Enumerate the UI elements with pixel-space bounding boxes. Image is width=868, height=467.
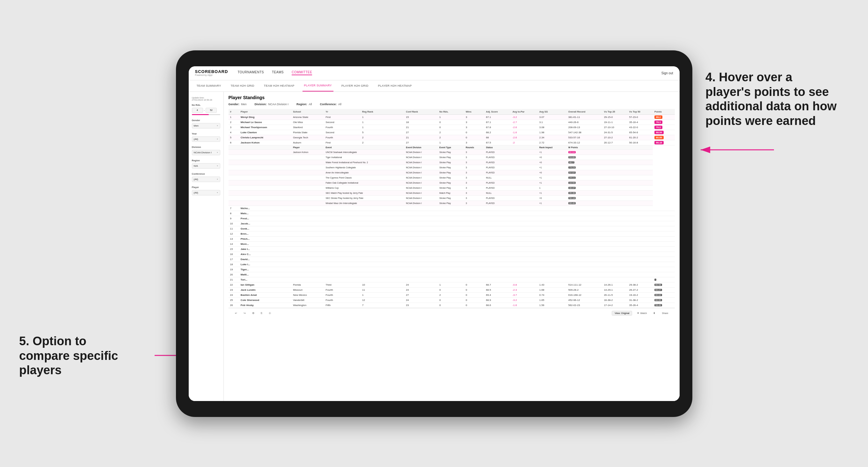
share-button[interactable]: Share xyxy=(660,311,670,315)
table-row[interactable]: 10 Jacob... xyxy=(228,221,675,226)
update-time-label: Update time: xyxy=(192,97,220,99)
table-row[interactable]: 1 Wenyi Ding Arizona State First 1 15 1 … xyxy=(228,115,675,120)
filters-row: Gender: Men Division: NCAA Division I Re… xyxy=(228,103,675,106)
table-row[interactable]: 11 Gonk... xyxy=(228,226,675,231)
table-row[interactable]: 12 Bren... xyxy=(228,231,675,236)
cell-points[interactable]: 66.18 xyxy=(653,140,675,145)
cell-avg-par: -3.2 xyxy=(511,115,538,120)
filter-gender-value: Men xyxy=(241,103,247,106)
player-section: Player (All) xyxy=(192,186,220,195)
year-label: Year xyxy=(192,132,220,135)
table-row[interactable]: 23 Jack Lundin Missouri Fourth 11 24 0 0… xyxy=(228,287,675,292)
table-row[interactable]: 4 Luke Clanton Florida State Second 5 27… xyxy=(228,130,675,135)
cell-avg-par: -2 xyxy=(511,140,538,145)
cell-wins: 0 xyxy=(464,130,485,135)
table-row[interactable]: 19 Tiger... xyxy=(228,267,675,272)
nav-right: Sign out xyxy=(661,71,673,75)
bottom-bar: ↩ ↪ ⚙ ⎘ ⏲ View: Original 👁 Watch ⬇ Share xyxy=(228,308,675,318)
no-rds-max-input[interactable] xyxy=(206,108,217,113)
filter-region: Region: All xyxy=(297,103,312,106)
cell-rank: 1 xyxy=(228,115,239,120)
cell-vs25: 20-12-7 xyxy=(602,140,628,145)
year-dropdown[interactable]: (All) xyxy=(192,136,220,142)
copy-button[interactable]: ⎘ xyxy=(259,311,264,315)
sub-nav-team-summary[interactable]: TEAM SUMMARY xyxy=(195,80,223,92)
table-row[interactable]: 25 Cole Sherwood Vanderbilt Fourth 12 24… xyxy=(228,298,675,303)
cell-school: Florida State xyxy=(291,130,324,135)
cell-points[interactable]: 88.2 xyxy=(653,115,675,120)
region-dropdown[interactable]: N/A xyxy=(192,163,220,168)
cell-adj-score: 67.8 xyxy=(485,125,511,130)
cell-rank: 5 xyxy=(228,135,239,140)
download-button[interactable]: ⬇ xyxy=(652,311,657,315)
cell-points[interactable]: 88.94 xyxy=(653,130,675,135)
cell-reg-rank: 1 xyxy=(361,115,404,120)
gender-dropdown[interactable]: Men xyxy=(192,123,220,128)
table-row[interactable]: 20 Mattl... xyxy=(228,272,675,277)
nav-committee[interactable]: COMMITTEE xyxy=(292,70,312,75)
cell-yr: Second xyxy=(324,130,361,135)
cell-vs25: 27-10-2 xyxy=(602,135,628,140)
table-row[interactable]: 17 David... xyxy=(228,257,675,262)
cell-points[interactable]: 76.3 xyxy=(653,120,675,125)
table-row[interactable]: 6 Jackson Kohon Auburn First 2 27 1 3 67… xyxy=(228,140,675,145)
cell-school: Ole Miss xyxy=(291,120,324,125)
table-row[interactable]: 24 Bastien Amat New Mexico Fourth 1 27 2… xyxy=(228,292,675,298)
table-row[interactable]: 7 Nicho... xyxy=(228,206,675,211)
cell-rank: 7 xyxy=(228,206,239,211)
cell-rank: 2 xyxy=(228,120,239,125)
sub-nav-team-h2h-grid[interactable]: TEAM H2H GRID xyxy=(229,80,256,92)
view-original-button[interactable]: View: Original xyxy=(612,311,632,316)
cell-overall: 674-33-12 xyxy=(567,140,602,145)
table-row[interactable]: 26 Petr Hruby Washington Fifth 7 23 0 0 … xyxy=(228,303,675,308)
division-section: Division NCAA Division I xyxy=(192,146,220,155)
col-vs25: Vs Top 25 xyxy=(602,109,628,115)
table-row[interactable]: 8 Mats... xyxy=(228,211,675,216)
table-row[interactable]: 13 Phich... xyxy=(228,236,675,241)
table-row[interactable]: 22 Ian Gilligan Florida Third 10 24 1 0 … xyxy=(228,282,675,287)
table-row[interactable]: 3 Michael Thorbjornsen Stanford Fourth 1… xyxy=(228,125,675,130)
undo-button[interactable]: ↩ xyxy=(233,311,239,315)
table-row[interactable]: 14 More... xyxy=(228,241,675,246)
cell-no-rds: 0 xyxy=(438,125,464,130)
cell-avg-sg: 2.34 xyxy=(538,135,567,140)
sub-nav-team-h2h-heatmap[interactable]: TEAM H2H HEATMAP xyxy=(262,80,296,92)
bottom-actions-right: View: Original 👁 Watch ⬇ Share xyxy=(612,311,670,316)
nav-tournaments[interactable]: TOURNAMENTS xyxy=(238,70,264,75)
settings-button[interactable]: ⚙ xyxy=(251,311,256,315)
cell-adj-score: 68.2 xyxy=(485,130,511,135)
cell-player: Jackson Kohon xyxy=(239,140,291,145)
table-row[interactable]: 9 Prest... xyxy=(228,216,675,221)
sign-out-link[interactable]: Sign out xyxy=(661,71,673,75)
table-row[interactable]: 5 Christo Lamprecht Georgia Tech Fourth … xyxy=(228,135,675,140)
no-rds-min-input[interactable] xyxy=(192,108,203,113)
no-rds-slider[interactable] xyxy=(192,114,220,115)
sub-nav-player-h2h-heatmap[interactable]: PLAYER H2H HEATMAP xyxy=(376,80,413,92)
update-time-value: 27/01/2024 16:56:26 xyxy=(192,99,220,101)
conference-label: Conference xyxy=(192,173,220,175)
cell-vs25: 19-11-1 xyxy=(602,120,628,125)
conference-dropdown[interactable]: (All) xyxy=(192,177,220,182)
sub-nav-player-summary[interactable]: PLAYER SUMMARY xyxy=(303,80,334,92)
nav-teams[interactable]: TEAMS xyxy=(272,70,284,75)
cell-avg-par: -2.7 xyxy=(511,120,538,125)
cell-points[interactable]: 80.89 xyxy=(653,135,675,140)
table-row[interactable]: 21 Tori... xyxy=(228,277,675,282)
tooltip-row: Mirabel Maui Jim Intercollegiate NCAA Di… xyxy=(228,200,675,206)
table-row[interactable]: 18 Luke I... xyxy=(228,262,675,267)
gender-section: Gender Men xyxy=(192,119,220,128)
redo-button[interactable]: ↪ xyxy=(242,311,247,315)
cell-wins: 3 xyxy=(464,125,485,130)
sub-nav-player-h2h-grid[interactable]: PLAYER H2H GRID xyxy=(340,80,370,92)
table-row[interactable]: 2 Michael Le Sasso Ole Miss Second 1 18 … xyxy=(228,120,675,125)
cell-reg-rank: 2 xyxy=(361,140,404,145)
player-dropdown[interactable]: (All) xyxy=(192,190,220,195)
table-row[interactable]: 16 Alex C... xyxy=(228,251,675,257)
division-dropdown[interactable]: NCAA Division I xyxy=(192,150,220,155)
watch-button[interactable]: 👁 Watch xyxy=(635,311,648,315)
clock-button[interactable]: ⏲ xyxy=(267,311,273,315)
table-row[interactable]: 15 Jake I... xyxy=(228,246,675,251)
cell-points[interactable]: 70.2 xyxy=(653,125,675,130)
tooltip-row: SEC Match Play hosted by Jerry Pate NCAA… xyxy=(228,190,675,195)
cell-adj-score: 68 xyxy=(485,135,511,140)
